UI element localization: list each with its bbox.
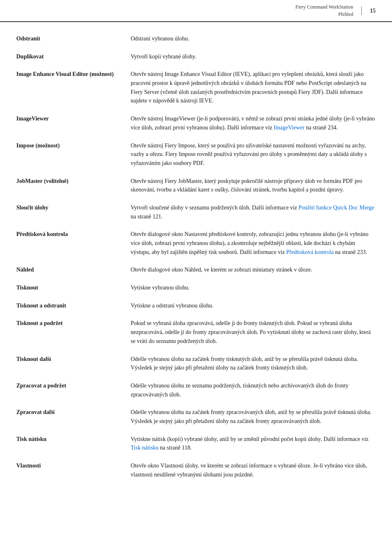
entry-description-jobmaster: Otevře nástroj Fiery JobMaster, který po… <box>131 177 376 194</box>
entry-label-nahled: Náhled <box>16 265 122 274</box>
entry-label-image-enhance: Image Enhance Visual Editor (možnost) <box>16 70 122 78</box>
entry-row: Image Enhance Visual Editor (možnost)Ote… <box>16 70 376 105</box>
description-text-after: na straně 118. <box>158 445 192 451</box>
description-text: Vytiskne nátisk (kopii) vybrané úlohy, a… <box>131 436 369 442</box>
header-right: Fiery Command WorkStation Přehled 15 <box>296 3 376 18</box>
entry-description-image-enhance: Otevře nástroj Image Enhance Visual Edit… <box>131 70 376 105</box>
entry-label-tisk-natisku: Tisk nátisku <box>16 435 122 443</box>
description-text-after: na straně 233. <box>334 249 367 255</box>
entry-row: OdstranitOdstraní vybranou úlohu. <box>16 34 376 43</box>
entry-row: DuplikovatVytvoří kopii vybrané úlohy. <box>16 52 376 61</box>
entry-row: Zpracovat a podržetOdešle vybranou úlohu… <box>16 381 376 399</box>
link-sloucit-ulohy[interactable]: Použití funkce Quick Doc Merge <box>298 205 374 211</box>
entry-row: Tisknout dalšíOdešle vybranou úlohu na z… <box>16 355 376 372</box>
link-imageviewer[interactable]: ImageViewer <box>274 125 304 131</box>
entry-description-tisknout-podrzet: Pokud se vybraná úloha zpracovává, odešl… <box>131 319 376 345</box>
entry-label-sloucit-ulohy: Sloučit úlohy <box>16 203 122 212</box>
page-header: Fiery Command WorkStation Přehled 15 <box>0 0 392 22</box>
entry-label-tisknout-dalsi: Tisknout další <box>16 355 122 363</box>
entry-label-duplikovat: Duplikovat <box>16 52 122 61</box>
entry-label-odstranit: Odstranit <box>16 34 122 43</box>
entry-description-impose: Otevře nástroj Fiery Impose, který se po… <box>131 141 376 168</box>
entry-row: Impose (možnost)Otevře nástroj Fiery Imp… <box>16 141 376 168</box>
entry-description-tisknout: Vytiskne vybranou úlohu. <box>131 283 376 292</box>
entry-description-nahled: Otevře dialogové okno Náhled, ve kterém … <box>131 265 376 274</box>
entry-label-tisknout-podrzet: Tisknout a podržet <box>16 319 122 327</box>
entry-description-predtiskova-kontrola: Otevře dialogové okno Nastavení předtisk… <box>131 230 376 256</box>
entry-label-vlastnosti: Vlastnosti <box>16 461 122 470</box>
entry-label-imageviewer: ImageViewer <box>16 114 122 123</box>
link-predtiskova-kontrola[interactable]: Předtisková kontrola <box>286 249 334 255</box>
description-text-after: na straně 234. <box>305 125 338 131</box>
entry-row: Sloučit úlohyVytvoří sloučené úlohy v se… <box>16 203 376 221</box>
entry-label-impose: Impose (možnost) <box>16 141 122 150</box>
entry-label-jobmaster: JobMaster (volitelně) <box>16 177 122 185</box>
entry-description-imageviewer: Otevře nástroj ImageViewer (je-li podpor… <box>131 114 376 132</box>
entry-description-tisknout-odstranit: Vytiskne a odstraní vybranou úlohu. <box>131 301 376 310</box>
entry-row: NáhledOtevře dialogové okno Náhled, ve k… <box>16 265 376 274</box>
entry-label-tisknout-odstranit: Tisknout a odstranit <box>16 301 122 310</box>
entry-description-vlastnosti: Otevře okno Vlastnosti úlohy, ve kterém … <box>131 461 376 479</box>
entry-description-tisk-natisku: Vytiskne nátisk (kopii) vybrané úlohy, a… <box>131 435 376 452</box>
entry-description-zpracovat-dalsi: Odešle vybranou úlohu na začátek fronty … <box>131 408 376 425</box>
link-tisk-natisku[interactable]: Tisk nátisku <box>131 445 158 451</box>
entry-label-tisknout: Tisknout <box>16 283 122 292</box>
entry-row: VlastnostiOtevře okno Vlastnosti úlohy, … <box>16 461 376 479</box>
entry-row: Předtisková kontrolaOtevře dialogové okn… <box>16 230 376 256</box>
entry-row: TisknoutVytiskne vybranou úlohu. <box>16 283 376 292</box>
header-title-line2: Přehled <box>296 11 353 18</box>
entry-description-odstranit: Odstraní vybranou úlohu. <box>131 34 376 43</box>
entry-description-sloucit-ulohy: Vytvoří sloučené úlohy v seznamu podržen… <box>131 203 376 221</box>
main-content: OdstranitOdstraní vybranou úlohu.Dupliko… <box>0 22 392 500</box>
entry-label-predtiskova-kontrola: Předtisková kontrola <box>16 230 122 238</box>
entry-description-zpracovat-podrzet: Odešle vybranou úlohu ze seznamu podržen… <box>131 381 376 399</box>
entry-row: Tisk nátiskuVytiskne nátisk (kopii) vybr… <box>16 435 376 452</box>
entry-row: Tisknout a odstranitVytiskne a odstraní … <box>16 301 376 310</box>
header-title-line1: Fiery Command WorkStation <box>296 3 353 11</box>
entry-row: ImageViewerOtevře nástroj ImageViewer (j… <box>16 114 376 132</box>
description-text: Otevře nástroj ImageViewer (je-li podpor… <box>131 116 375 131</box>
entry-label-zpracovat-dalsi: Zpracovat další <box>16 408 122 416</box>
entry-row: JobMaster (volitelně)Otevře nástroj Fier… <box>16 177 376 194</box>
header-page-number: 15 <box>361 7 376 15</box>
entry-description-tisknout-dalsi: Odešle vybranou úlohu na začátek fronty … <box>131 355 376 372</box>
entry-row: Zpracovat dalšíOdešle vybranou úlohu na … <box>16 408 376 425</box>
entry-description-duplikovat: Vytvoří kopii vybrané úlohy. <box>131 52 376 61</box>
entry-label-zpracovat-podrzet: Zpracovat a podržet <box>16 381 122 390</box>
description-text-after: na straně 121. <box>131 214 163 220</box>
page-container: Fiery Command WorkStation Přehled 15 Ods… <box>0 0 392 552</box>
description-text: Vytvoří sloučené úlohy v seznamu podržen… <box>131 205 298 211</box>
entry-row: Tisknout a podržetPokud se vybraná úloha… <box>16 319 376 345</box>
header-title: Fiery Command WorkStation Přehled <box>296 3 353 18</box>
